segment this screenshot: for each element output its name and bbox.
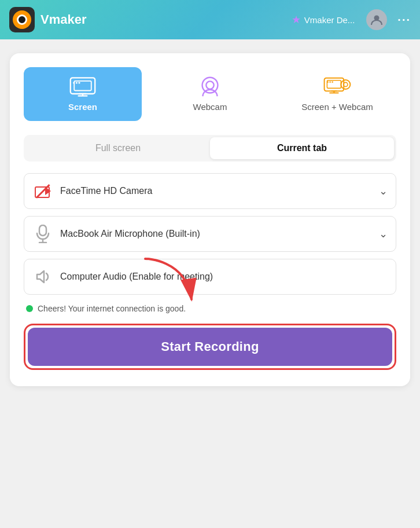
header-workspace-name[interactable]: Vmaker De... bbox=[304, 15, 355, 25]
connection-status-text: Cheers! Your internet connection is good… bbox=[38, 304, 186, 313]
header-center: ★ Vmaker De... bbox=[292, 13, 355, 26]
svg-point-10 bbox=[206, 81, 213, 89]
avatar[interactable] bbox=[366, 9, 387, 30]
tab-screen-webcam[interactable]: Screen + Webcam bbox=[278, 67, 396, 121]
camera-icon bbox=[32, 181, 53, 201]
svg-rect-5 bbox=[79, 82, 80, 84]
start-recording-wrapper: Start Recording bbox=[24, 324, 396, 370]
svg-point-9 bbox=[202, 78, 218, 93]
svg-rect-4 bbox=[76, 82, 78, 84]
connection-status-dot bbox=[26, 305, 33, 312]
svg-rect-21 bbox=[39, 225, 46, 236]
main-card: Screen Webcam bbox=[10, 53, 410, 386]
svg-rect-15 bbox=[331, 81, 333, 82]
camera-selection: FaceTime HD Camera bbox=[60, 186, 372, 196]
audio-dropdown[interactable]: Computer Audio (Enable for meeting) bbox=[24, 259, 396, 295]
tab-full-screen[interactable]: Full screen bbox=[26, 137, 210, 159]
audio-row-container: Computer Audio (Enable for meeting) bbox=[24, 259, 396, 295]
tab-webcam-label: Webcam bbox=[193, 102, 227, 112]
svg-rect-12 bbox=[327, 80, 341, 89]
microphone-dropdown[interactable]: MacBook Air Microphone (Built-in) ⌄ bbox=[24, 216, 396, 252]
svg-rect-13 bbox=[327, 81, 328, 82]
tab-screen-webcam-label: Screen + Webcam bbox=[301, 102, 373, 112]
tab-screen-label: Screen bbox=[68, 102, 97, 112]
tab-current-tab[interactable]: Current tab bbox=[210, 137, 394, 159]
camera-dropdown[interactable]: FaceTime HD Camera ⌄ bbox=[24, 173, 396, 209]
camera-chevron-icon: ⌄ bbox=[379, 185, 388, 197]
svg-rect-14 bbox=[329, 81, 330, 82]
svg-point-19 bbox=[341, 80, 350, 89]
svg-rect-3 bbox=[73, 82, 75, 84]
webcam-mode-icon bbox=[196, 76, 224, 97]
tab-webcam[interactable]: Webcam bbox=[151, 67, 269, 121]
svg-marker-24 bbox=[37, 271, 44, 283]
sub-tabs: Full screen Current tab bbox=[24, 135, 396, 162]
start-recording-button[interactable]: Start Recording bbox=[28, 328, 392, 366]
mode-tabs: Screen Webcam bbox=[24, 67, 396, 121]
audio-selection: Computer Audio (Enable for meeting) bbox=[60, 272, 388, 282]
tab-screen[interactable]: Screen bbox=[24, 67, 142, 121]
app-title: Vmaker bbox=[40, 12, 286, 27]
mic-selection: MacBook Air Microphone (Built-in) bbox=[60, 229, 372, 239]
app-header: Vmaker ★ Vmaker De... ··· bbox=[0, 0, 420, 39]
more-options-icon[interactable]: ··· bbox=[397, 13, 411, 27]
mic-chevron-icon: ⌄ bbox=[379, 228, 388, 240]
app-logo bbox=[9, 7, 35, 32]
mic-icon bbox=[32, 223, 53, 244]
screen-webcam-mode-icon bbox=[323, 76, 351, 97]
status-row: Cheers! Your internet connection is good… bbox=[24, 304, 396, 313]
screen-mode-icon bbox=[69, 76, 97, 97]
star-icon: ★ bbox=[292, 13, 301, 26]
speaker-icon bbox=[32, 266, 53, 287]
